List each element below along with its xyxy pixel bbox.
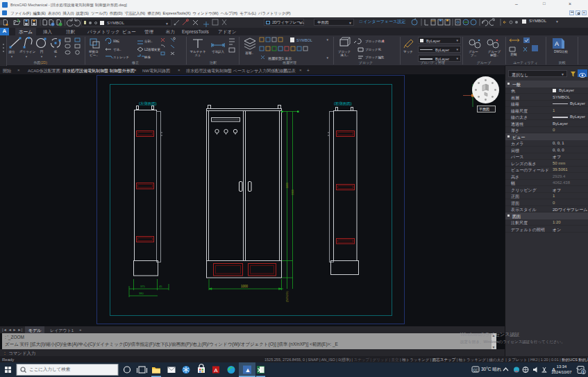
svg-text:A: A [214,367,218,374]
svg-text:1: 1 [582,370,585,374]
svg-text:1000: 1000 [241,285,249,288]
svg-text:(右側面図): (右側面図) [334,101,352,106]
svg-text:(左側面図): (左側面図) [139,101,157,106]
svg-text:(SUS2.0t): (SUS2.0t) [286,291,289,301]
svg-text:1800: 1800 [286,183,289,188]
svg-text:45: 45 [159,285,162,288]
svg-text:平面図: 平面図 [479,107,489,112]
svg-text:A: A [555,40,559,47]
svg-text:375: 375 [140,285,145,288]
svg-text:380: 380 [139,292,144,295]
svg-text:▲: ▲ [245,367,251,374]
svg-text:CC: CC [473,368,479,372]
svg-text:2350: 2350 [292,190,294,195]
